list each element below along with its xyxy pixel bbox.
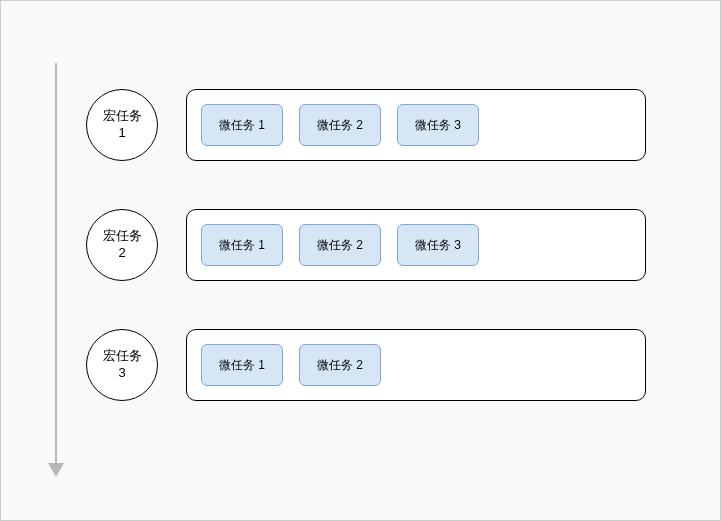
microtask-queue-2: 微任务 1 微任务 2 微任务 3 <box>186 209 646 281</box>
microtask-box: 微任务 3 <box>397 224 479 266</box>
microtask-label: 微任务 2 <box>317 237 363 254</box>
macrotask-row-3: 宏任务 3 微任务 1 微任务 2 <box>86 329 646 401</box>
microtask-label: 微任务 3 <box>415 237 461 254</box>
microtask-label: 微任务 3 <box>415 117 461 134</box>
timeline-arrow-line <box>55 63 57 465</box>
macrotask-node-2: 宏任务 2 <box>86 209 158 281</box>
microtask-queue-3: 微任务 1 微任务 2 <box>186 329 646 401</box>
microtask-queue-1: 微任务 1 微任务 2 微任务 3 <box>186 89 646 161</box>
macrotask-row-1: 宏任务 1 微任务 1 微任务 2 微任务 3 <box>86 89 646 161</box>
microtask-label: 微任务 2 <box>317 357 363 374</box>
microtask-box: 微任务 1 <box>201 224 283 266</box>
microtask-label: 微任务 2 <box>317 117 363 134</box>
microtask-box: 微任务 1 <box>201 104 283 146</box>
microtask-box: 微任务 2 <box>299 104 381 146</box>
diagram-canvas: 宏任务 1 微任务 1 微任务 2 微任务 3 宏任务 2 微任务 1 微任务 … <box>0 0 721 521</box>
microtask-box: 微任务 2 <box>299 344 381 386</box>
microtask-box: 微任务 1 <box>201 344 283 386</box>
macrotask-node-3: 宏任务 3 <box>86 329 158 401</box>
macrotask-label: 宏任务 1 <box>103 108 142 142</box>
macrotask-node-1: 宏任务 1 <box>86 89 158 161</box>
macrotask-row-2: 宏任务 2 微任务 1 微任务 2 微任务 3 <box>86 209 646 281</box>
microtask-box: 微任务 2 <box>299 224 381 266</box>
microtask-box: 微任务 3 <box>397 104 479 146</box>
macrotask-label: 宏任务 3 <box>103 348 142 382</box>
microtask-label: 微任务 1 <box>219 117 265 134</box>
macrotask-label: 宏任务 2 <box>103 228 142 262</box>
microtask-label: 微任务 1 <box>219 237 265 254</box>
microtask-label: 微任务 1 <box>219 357 265 374</box>
timeline-arrow-head <box>48 463 64 477</box>
